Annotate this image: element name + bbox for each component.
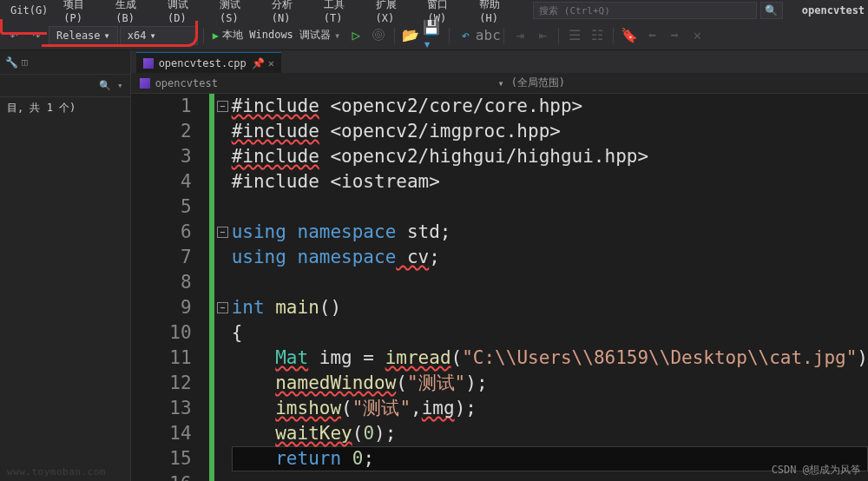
separator bbox=[394, 28, 395, 43]
menu-test[interactable]: 测试(S) bbox=[213, 0, 263, 26]
menu-analyze[interactable]: 分析(N) bbox=[265, 0, 315, 26]
code-nav-bar: opencvtest ▾ (全局范围) bbox=[131, 73, 868, 94]
sidebar: 🔧 ◫ 🔍 ▾ 目, 共 1 个) bbox=[0, 50, 131, 481]
panel-icon[interactable]: ◫ bbox=[22, 56, 28, 68]
code-area[interactable]: 123 456 789 101112 131415 16 − − − #incl… bbox=[131, 94, 868, 481]
save-all-icon[interactable]: 💾▾ bbox=[423, 27, 444, 44]
line-gutter: 123 456 789 101112 131415 16 bbox=[131, 94, 209, 481]
menu-tools[interactable]: 工具(T) bbox=[317, 0, 367, 26]
bookmark-next-icon[interactable]: ➡ bbox=[664, 27, 685, 44]
editor-pane: opencvtest.cpp 📌 ✕ opencvtest ▾ (全局范围) 1… bbox=[131, 50, 868, 481]
fold-margin: − − − bbox=[209, 94, 232, 481]
tab-opencvtest[interactable]: opencvtest.cpp 📌 ✕ bbox=[136, 52, 281, 73]
tab-bar: opencvtest.cpp 📌 ✕ bbox=[131, 50, 868, 73]
platform-dropdown[interactable]: x64 ▾ bbox=[120, 26, 198, 45]
config-label: Release bbox=[56, 30, 101, 42]
bookmark-icon[interactable]: 🔖 bbox=[619, 27, 640, 44]
wrench-icon[interactable]: 🔧 bbox=[5, 56, 18, 69]
separator bbox=[558, 28, 559, 43]
start-without-debug-icon[interactable]: ▷ bbox=[345, 27, 366, 44]
separator bbox=[613, 28, 614, 43]
comment-icon[interactable]: ☰ bbox=[564, 27, 585, 44]
uncomment-icon[interactable]: ☷ bbox=[587, 27, 608, 44]
config-dropdown[interactable]: Release ▾ bbox=[49, 26, 118, 45]
open-file-icon[interactable]: 📂 bbox=[400, 27, 421, 44]
separator bbox=[203, 28, 204, 43]
menu-bar: Git(G) 项目(P) 生成(B) 调试(D) 测试(S) 分析(N) 工具(… bbox=[0, 0, 868, 21]
search-icon: 🔍 bbox=[765, 4, 778, 16]
fold-toggle[interactable]: − bbox=[217, 227, 228, 238]
menu-debug[interactable]: 调试(D) bbox=[161, 0, 211, 26]
watermark-author: CSDN @想成为风筝 bbox=[772, 463, 861, 478]
search-input[interactable] bbox=[539, 5, 751, 16]
menu-git[interactable]: Git(G) bbox=[3, 3, 55, 18]
fold-toggle[interactable]: − bbox=[217, 101, 228, 112]
watermark-source: www.toymoban.com bbox=[7, 466, 106, 478]
chevron-down-icon: ▾ bbox=[334, 30, 340, 42]
platform-label: x64 bbox=[128, 30, 147, 42]
menu-help[interactable]: 帮助(H) bbox=[472, 0, 523, 26]
bookmark-prev-icon[interactable]: ⬅ bbox=[641, 27, 662, 44]
undo-icon[interactable]: ↶ bbox=[455, 27, 476, 44]
chevron-down-icon: ▾ bbox=[150, 30, 156, 42]
debug-target-icon[interactable]: 🞋 bbox=[368, 27, 389, 44]
nav-back-icon[interactable]: ↶ bbox=[3, 27, 24, 44]
start-debug-button[interactable]: ▶ 本地 Windows 调试器 ▾ bbox=[209, 28, 345, 43]
menu-build[interactable]: 生成(B) bbox=[108, 0, 159, 26]
play-icon: ▶ bbox=[213, 30, 219, 42]
tab-filename: opencvtest.cpp bbox=[159, 57, 247, 69]
nav-forward-icon[interactable]: ↷ bbox=[26, 27, 47, 44]
search-icon[interactable]: 🔍 ▾ bbox=[99, 80, 122, 91]
text-icon[interactable]: abc bbox=[477, 27, 498, 44]
menu-project[interactable]: 项目(P) bbox=[56, 0, 107, 26]
search-button[interactable]: 🔍 bbox=[760, 2, 783, 19]
code-text[interactable]: #include <opencv2/core/core.hpp> #includ… bbox=[232, 94, 868, 481]
separator bbox=[503, 28, 504, 43]
change-marker bbox=[209, 94, 214, 481]
scope-dropdown-1[interactable]: opencvtest ▾ bbox=[140, 77, 504, 89]
scope-dropdown-2[interactable]: (全局范围) bbox=[511, 76, 565, 90]
fold-toggle[interactable]: − bbox=[217, 302, 228, 313]
project-name[interactable]: opencvtest bbox=[802, 4, 865, 16]
cpp-file-icon bbox=[140, 78, 150, 89]
debugger-label: 本地 Windows 调试器 bbox=[222, 28, 331, 43]
toolbar: ↶ ↷ Release ▾ x64 ▾ ▶ 本地 Windows 调试器 ▾ ▷… bbox=[0, 21, 868, 50]
chevron-down-icon: ▾ bbox=[497, 77, 503, 89]
step-icon[interactable]: ⇥ bbox=[510, 27, 530, 44]
sidebar-item[interactable]: 目, 共 1 个) bbox=[0, 97, 130, 119]
close-icon[interactable]: ✕ bbox=[268, 57, 274, 69]
chevron-down-icon: ▾ bbox=[104, 30, 110, 42]
bookmark-clear-icon[interactable]: ✕ bbox=[687, 27, 707, 44]
pin-icon[interactable]: 📌 bbox=[252, 57, 265, 69]
separator bbox=[449, 28, 450, 43]
main-area: 🔧 ◫ 🔍 ▾ 目, 共 1 个) opencvtest.cpp 📌 ✕ ope… bbox=[0, 50, 868, 481]
menu-extensions[interactable]: 扩展(X) bbox=[369, 0, 419, 26]
sidebar-toolbar: 🔧 ◫ bbox=[0, 50, 130, 75]
cpp-file-icon bbox=[143, 58, 154, 69]
search-box[interactable] bbox=[533, 2, 757, 19]
sidebar-search-row: 🔍 ▾ bbox=[0, 75, 130, 97]
indent-icon[interactable]: ⇤ bbox=[532, 27, 553, 44]
scope1-label: opencvtest bbox=[155, 77, 218, 89]
